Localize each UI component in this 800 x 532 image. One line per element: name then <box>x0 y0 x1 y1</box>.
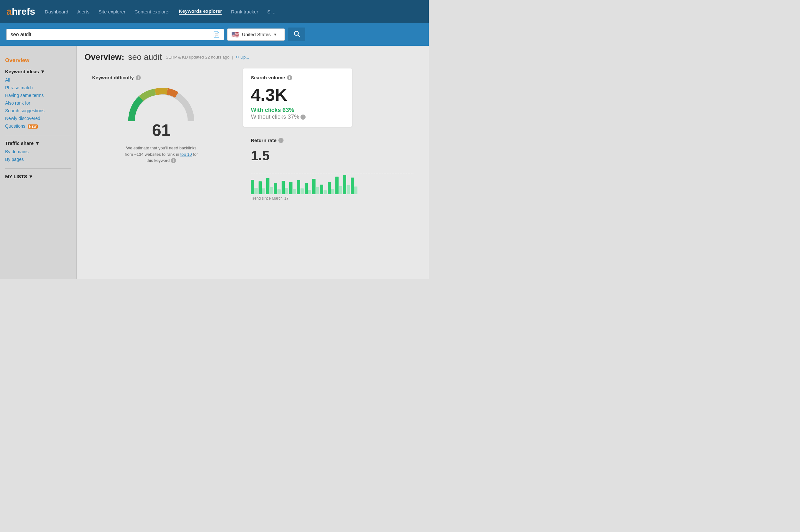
page-title-prefix: Overview: <box>85 52 124 62</box>
bar-dark <box>351 177 354 194</box>
sv-no-clicks-info-icon[interactable]: i <box>300 115 305 120</box>
kd-desc-info-icon[interactable]: i <box>171 158 176 163</box>
kd-info-icon[interactable]: i <box>136 75 141 80</box>
top-nav: ahrefs Dashboard Alerts Site explorer Co… <box>0 0 429 23</box>
bar-dark <box>328 182 331 194</box>
chart-dotted-line <box>251 174 413 174</box>
sidebar-item-by-domains[interactable]: By domains <box>5 148 71 155</box>
country-name: United States <box>242 32 271 37</box>
bar-dark <box>297 180 300 194</box>
new-badge: NEW <box>28 125 38 129</box>
bar-light <box>285 188 288 194</box>
logo: ahrefs <box>6 6 35 17</box>
kd-card: Keyword difficulty i <box>85 69 238 170</box>
bar-dark <box>305 183 308 194</box>
page-title-row: Overview: seo audit SERP & KD updated 22… <box>85 52 421 62</box>
sv-card: Search volume i 4.3K With clicks 63% Wit… <box>243 69 352 127</box>
bar-light <box>308 190 311 194</box>
bar-dark <box>343 175 346 194</box>
sidebar-item-phrase-match[interactable]: Phrase match <box>5 84 71 92</box>
nav-site-explorer[interactable]: Site explorer <box>98 9 126 14</box>
sidebar-keyword-ideas-header[interactable]: Keyword ideas ▼ <box>5 69 71 74</box>
bar-light <box>316 187 319 194</box>
update-link[interactable]: ↻ Up... <box>236 55 249 59</box>
chart-bar-group <box>351 177 357 194</box>
bar-light <box>323 190 327 194</box>
sv-without-clicks: Without clicks 37% i <box>251 114 344 120</box>
sidebar-traffic-share-header[interactable]: Traffic share ▼ <box>5 140 71 146</box>
bar-light <box>270 187 273 194</box>
main-layout: Overview Keyword ideas ▼ All Phrase matc… <box>0 46 429 279</box>
mini-chart <box>251 169 413 194</box>
search-input-wrapper: 📄 <box>6 29 224 40</box>
sidebar-my-lists-header[interactable]: MY LISTS ▼ <box>5 174 71 179</box>
nav-content-explorer[interactable]: Content explorer <box>134 9 170 14</box>
nav-dashboard[interactable]: Dashboard <box>45 9 68 14</box>
bar-dark <box>289 182 293 194</box>
file-upload-icon[interactable]: 📄 <box>213 31 220 38</box>
sidebar-divider-2 <box>5 168 71 169</box>
search-icon <box>293 30 300 37</box>
country-selector[interactable]: 🇺🇸 United States ▼ <box>227 28 285 41</box>
search-bar: 📄 🇺🇸 United States ▼ <box>0 23 429 46</box>
sv-with-clicks: With clicks 63% <box>251 107 344 114</box>
bar-light <box>339 186 342 194</box>
sidebar-item-newly-discovered[interactable]: Newly discovered <box>5 115 71 122</box>
logo-a: a <box>6 6 12 17</box>
sidebar-item-all[interactable]: All <box>5 76 71 84</box>
bar-dark <box>259 182 262 194</box>
chart-bar-group <box>335 176 342 194</box>
chart-bar-group <box>343 175 350 194</box>
chart-bar-group <box>328 182 334 194</box>
bar-light <box>347 185 350 194</box>
sidebar-item-by-pages[interactable]: By pages <box>5 155 71 163</box>
chart-bar-group <box>297 180 304 194</box>
country-flag: 🇺🇸 <box>231 31 239 38</box>
search-button[interactable] <box>288 27 305 41</box>
bar-light <box>293 189 296 194</box>
chart-bar-group <box>282 181 288 194</box>
sv-info-icon[interactable]: i <box>287 75 292 80</box>
bar-light <box>354 187 357 194</box>
chart-bar-group <box>259 182 265 194</box>
page-subtitle: SERP & KD updated 22 hours ago | ↻ Up... <box>166 55 249 59</box>
rr-label: Return rate i <box>251 137 413 143</box>
kd-label: Keyword difficulty i <box>92 75 230 80</box>
chart-bar-group <box>274 183 281 194</box>
svg-line-1 <box>298 35 299 36</box>
sv-value: 4.3K <box>251 86 344 104</box>
sidebar-item-also-rank-for[interactable]: Also rank for <box>5 99 71 107</box>
kd-value: 61 <box>152 120 171 140</box>
kd-description: We estimate that you'll need backlinksfr… <box>92 145 230 164</box>
sidebar-overview[interactable]: Overview <box>5 57 71 64</box>
nav-rank-tracker[interactable]: Rank tracker <box>231 9 258 14</box>
top10-link[interactable]: top 10 <box>180 152 192 157</box>
bar-dark <box>266 178 269 194</box>
content-area: Overview: seo audit SERP & KD updated 22… <box>77 46 429 279</box>
logo-rest: hrefs <box>12 6 35 17</box>
bar-dark <box>312 179 316 194</box>
bar-light <box>262 188 265 194</box>
bar-dark <box>282 181 285 194</box>
chevron-down-icon: ▼ <box>273 32 277 37</box>
chart-bar-group <box>266 178 273 194</box>
trend-chart: Trend since March '17 <box>251 169 413 201</box>
rr-value: 1.5 <box>251 148 413 164</box>
search-input[interactable] <box>11 32 210 37</box>
bar-dark <box>274 183 277 194</box>
sidebar-divider-1 <box>5 135 71 135</box>
rr-info-icon[interactable]: i <box>278 138 283 143</box>
bar-light <box>300 188 304 194</box>
sidebar-item-having-same-terms[interactable]: Having same terms <box>5 92 71 99</box>
bar-dark <box>251 180 254 194</box>
sidebar-item-questions[interactable]: Questions NEW <box>5 122 71 130</box>
rr-card: Return rate i 1.5 Trend since March '17 <box>243 131 421 207</box>
nav-alerts[interactable]: Alerts <box>77 9 89 14</box>
sidebar-item-search-suggestions[interactable]: Search suggestions <box>5 107 71 115</box>
bar-dark <box>320 185 323 194</box>
right-cards: Search volume i 4.3K With clicks 63% Wit… <box>243 69 421 207</box>
chart-bar-group <box>251 180 258 194</box>
nav-site-audit[interactable]: Si... <box>267 9 276 14</box>
chart-bar-group <box>305 183 311 194</box>
nav-keywords-explorer[interactable]: Keywords explorer <box>179 8 222 15</box>
